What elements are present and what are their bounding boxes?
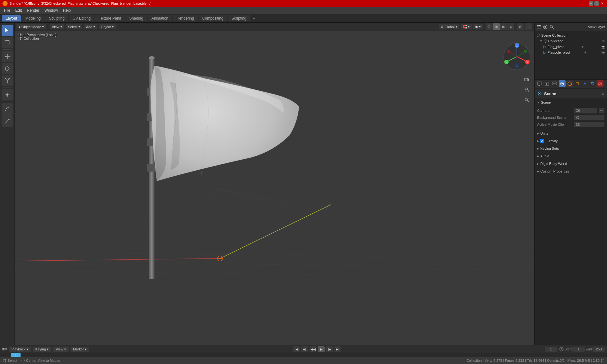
gravity-section-header[interactable]: ▶ Gravity — [535, 137, 607, 144]
start-frame-field[interactable]: 1 — [572, 347, 585, 352]
camera-edit-button[interactable]: ✏ — [599, 108, 604, 113]
current-frame-field[interactable]: 1 — [545, 347, 557, 352]
custom-properties-header[interactable]: ▶ Custom Properties — [535, 168, 607, 175]
tab-compositing[interactable]: Compositing — [199, 15, 227, 21]
audio-section-header[interactable]: ▶ Audio — [535, 153, 607, 160]
viewport-view-menu[interactable]: View ▾ — [50, 24, 64, 29]
tab-modeling[interactable]: Modeling — [21, 15, 45, 21]
particles-properties-icon[interactable] — [589, 80, 596, 87]
tool-rotate[interactable] — [2, 63, 13, 74]
rendered-shading-button[interactable]: ● — [507, 23, 514, 30]
material-shading-button[interactable]: ◐ — [500, 23, 507, 30]
outliner-scene-collection[interactable]: ⬡ Scene Collection — [535, 32, 607, 38]
viewport-grid-button[interactable] — [522, 85, 531, 94]
play-reverse-button[interactable]: ◀◀ — [310, 346, 316, 352]
svg-rect-95 — [553, 84, 556, 85]
tool-measure[interactable] — [2, 115, 13, 127]
scene-section: ▼ Scene Camera ✏ Background Scene — [535, 99, 607, 129]
viewport-mode-selector[interactable]: ● Object Mode ▾ — [16, 24, 46, 29]
keying-menu[interactable]: Keying ▾ — [33, 347, 52, 352]
tab-layout[interactable]: Layout — [2, 15, 21, 21]
minimize-button[interactable]: ─ — [589, 1, 593, 6]
render-properties-icon[interactable] — [536, 80, 543, 87]
proportional-edit-button[interactable]: ◉ ▾ — [473, 24, 483, 29]
physics-properties-icon[interactable] — [597, 80, 604, 87]
viewport-search-button[interactable] — [522, 95, 531, 104]
tab-texture-paint[interactable]: Texture Paint — [95, 15, 125, 21]
tab-sculpting[interactable]: Sculpting — [45, 15, 68, 21]
tool-cursor[interactable] — [2, 25, 13, 36]
flagpole-render-icon[interactable]: 📷 — [601, 51, 605, 54]
jump-prev-keyframe-button[interactable]: ◀| — [301, 346, 308, 352]
viewport-object-menu[interactable]: Object ▾ — [99, 24, 116, 29]
viewport-nav-icons — [522, 75, 531, 104]
flag-pivot-eye-icon[interactable]: 👁 — [581, 45, 584, 49]
modifier-properties-icon[interactable] — [581, 80, 588, 87]
jump-next-keyframe-button[interactable]: |▶ — [326, 346, 333, 352]
gizmo-button[interactable]: ⊙ — [525, 23, 532, 30]
outliner-flagpole-pivot[interactable]: ▷ Flagpole_pivot 👁 📷 — [535, 50, 607, 55]
jump-start-button[interactable]: |◀ — [293, 346, 300, 352]
active-movie-clip-value[interactable] — [574, 122, 604, 127]
view-label: View — [52, 25, 59, 29]
world-properties-icon[interactable] — [566, 80, 573, 87]
camera-value[interactable] — [574, 108, 597, 113]
close-button[interactable]: ✕ — [600, 1, 604, 6]
viewport-mode-icon: ● — [18, 25, 21, 29]
viewport-camera-button[interactable] — [522, 75, 531, 84]
timeline-view-menu[interactable]: View ▾ — [53, 347, 69, 352]
tool-scale[interactable] — [2, 75, 13, 86]
svg-line-81 — [527, 100, 529, 102]
play-button[interactable]: ▶ — [318, 346, 325, 352]
menu-render[interactable]: Render — [25, 8, 41, 13]
scene-properties-icon[interactable] — [559, 80, 566, 87]
outliner-flag-pivot[interactable]: ▷ Flag_pivot 👁 📷 — [535, 44, 607, 50]
menu-window[interactable]: Window — [42, 8, 60, 13]
view-layer-properties-icon[interactable] — [551, 80, 558, 87]
background-scene-row: Background Scene — [537, 114, 604, 121]
wireframe-shading-button[interactable]: ⬡ — [486, 23, 493, 30]
props-settings-icon[interactable]: ⚙ — [602, 92, 604, 95]
marker-label: Marker — [73, 347, 84, 351]
tab-shading[interactable]: Shading — [126, 15, 147, 21]
tool-select-box[interactable] — [2, 37, 13, 48]
keying-sets-header[interactable]: ▶ Keying Sets — [535, 145, 607, 152]
tab-rendering[interactable]: Rendering — [173, 15, 198, 21]
object-properties-icon[interactable] — [574, 80, 581, 87]
snap-button[interactable]: 🧲 ▾ — [461, 24, 472, 29]
add-workspace-button[interactable]: + — [251, 15, 257, 21]
global-orientation-selector[interactable]: ⊕ Global ▾ — [439, 24, 459, 29]
collection-visibility-icon[interactable]: 👁 — [602, 39, 605, 43]
marker-menu[interactable]: Marker ▾ — [71, 347, 89, 352]
maximize-button[interactable]: □ — [594, 1, 599, 6]
end-frame-field[interactable]: 250 — [592, 347, 605, 352]
tab-scripting[interactable]: Scripting — [228, 15, 250, 21]
flagpole-eye-icon[interactable]: 👁 — [584, 51, 587, 54]
gravity-checkbox[interactable] — [540, 139, 544, 143]
menu-edit[interactable]: Edit — [13, 8, 24, 13]
viewport-add-menu[interactable]: Add ▾ — [84, 24, 97, 29]
background-scene-value[interactable] — [574, 115, 604, 120]
tool-move[interactable] — [2, 51, 13, 62]
scene-section-header[interactable]: ▼ Scene — [535, 99, 607, 106]
flag-pivot-render-icon[interactable]: 📷 — [601, 45, 605, 49]
svg-marker-110 — [578, 109, 579, 112]
solid-shading-button[interactable]: ◉ — [493, 23, 500, 30]
svg-marker-93 — [546, 83, 548, 85]
tool-transform[interactable] — [2, 89, 13, 100]
tab-uv-editing[interactable]: UV Editing — [69, 15, 95, 21]
outliner-collection[interactable]: ▼ ⬡ Collection 👁 — [535, 38, 607, 44]
jump-end-button[interactable]: ▶| — [334, 346, 341, 352]
playback-menu[interactable]: Playback ▾ — [9, 347, 31, 352]
output-properties-icon[interactable] — [543, 80, 550, 87]
viewport-select-menu[interactable]: Select ▾ — [66, 24, 83, 29]
units-section-header[interactable]: ▶ Units — [535, 130, 607, 137]
navigation-gizmo[interactable]: Z X Y — [503, 42, 531, 71]
viewport-3d[interactable]: ● Object Mode ▾ View ▾ Select ▾ Add ▾ Ob… — [15, 23, 534, 345]
overlay-button[interactable]: ⊞ — [517, 23, 524, 30]
tool-annotate[interactable] — [2, 103, 13, 115]
menu-help[interactable]: Help — [61, 8, 73, 13]
rigid-body-world-header[interactable]: ▶ Rigid Body World — [535, 160, 607, 167]
menu-file[interactable]: File — [2, 8, 12, 13]
tab-animation[interactable]: Animation — [148, 15, 172, 21]
